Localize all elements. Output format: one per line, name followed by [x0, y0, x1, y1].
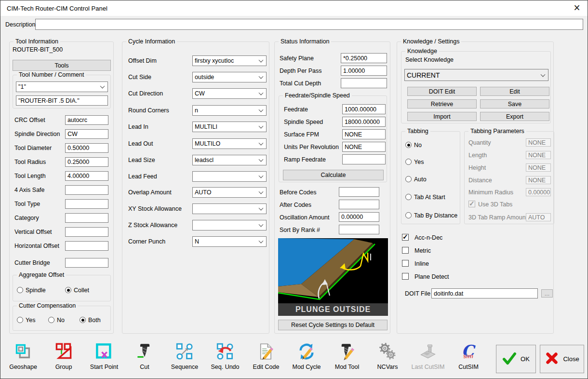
radio-tab-by-distance-label: Tab By Distance: [414, 212, 457, 219]
radio-tabbing-yes[interactable]: [405, 159, 412, 165]
radio-tab-at-start[interactable]: [405, 194, 412, 200]
radio-collet-label: Collet: [74, 287, 89, 294]
description-input[interactable]: [35, 19, 583, 30]
doit-file-input[interactable]: doitinfo.dat: [431, 288, 538, 298]
export-button[interactable]: Export: [480, 112, 549, 121]
oscillation-amount-field[interactable]: 0.00000: [339, 212, 379, 222]
aggregate-offset-group: Aggregate Offset Spindle Collet: [13, 275, 111, 301]
radio-tabbing-auto-label: Auto: [414, 176, 427, 183]
acc-n-dec-checkbox[interactable]: [402, 234, 409, 241]
four-axis-safe-field[interactable]: [65, 185, 108, 195]
toolbar-item-mod-cycle[interactable]: Mod Cycle: [286, 343, 327, 370]
tool-length-field[interactable]: 4.00000: [65, 171, 108, 181]
sort-by-rank-field[interactable]: [339, 225, 379, 234]
offset-dim-select[interactable]: firstxy xycutloc: [192, 55, 267, 66]
select-knowledge-dropdown[interactable]: CURRENT: [404, 69, 548, 81]
radio-tabbing-no[interactable]: [405, 142, 412, 148]
knowledge-group: Knowledge Select Knowledge CURRENT DOIT …: [401, 51, 551, 123]
tool-information-panel: Tool Information ROUTER-BIT_500 Tools To…: [9, 41, 114, 334]
tool-comment-field[interactable]: "ROUTER-BIT .5 DIA.": [16, 95, 108, 106]
plane-detect-checkbox[interactable]: [402, 273, 409, 280]
tool-type-label: Tool Type: [14, 201, 40, 207]
radio-tab-by-distance[interactable]: [405, 212, 412, 218]
ramp-feedrate-field[interactable]: [342, 154, 386, 164]
radio-spindle[interactable]: [17, 287, 23, 293]
lead-size-select[interactable]: leadscl: [192, 155, 267, 165]
save-button[interactable]: Save: [480, 99, 549, 108]
import-button[interactable]: Import: [407, 112, 477, 121]
crc-offset-field[interactable]: autocrc: [65, 115, 108, 125]
cycle-preview-image: PLUNGE OUTSIDE: [278, 238, 388, 316]
spindle-speed-field[interactable]: 18000.00000: [342, 117, 386, 127]
units-per-revolution-field[interactable]: NONE: [342, 142, 386, 152]
tool-type-field[interactable]: [65, 199, 108, 209]
radio-spindle-label: Spindle: [26, 287, 46, 294]
toolbar-item-mod-tool[interactable]: Mod Tool: [327, 343, 367, 370]
toolbar-label: Edit Code: [246, 364, 286, 370]
toolbar-label: Last CutSIM: [408, 364, 448, 370]
toolbar-item-seq-undo[interactable]: Seq. Undo: [205, 343, 245, 370]
calculate-button[interactable]: Calculate: [283, 170, 384, 180]
cutter-bridge-field[interactable]: [65, 258, 108, 268]
toolbar-label: NCVars: [367, 364, 408, 370]
svg-text:sim: sim: [463, 353, 473, 360]
cycle-information-title: Cycle Information: [126, 38, 177, 45]
tool-radius-field[interactable]: 0.25000: [65, 157, 108, 167]
spindle-direction-field[interactable]: CW: [65, 129, 108, 139]
surface-fpm-field[interactable]: NONE: [342, 129, 386, 139]
total-cut-depth-field[interactable]: [341, 78, 387, 88]
before-codes-field[interactable]: [339, 187, 379, 197]
radio-tabbing-auto[interactable]: [405, 176, 412, 182]
overlap-amount-select[interactable]: AUTO: [192, 187, 267, 198]
toolbar-item-cutsim[interactable]: C sim CutSIM: [448, 343, 489, 370]
window-close-icon[interactable]: ×: [569, 1, 585, 15]
cutsim-icon: C sim: [460, 343, 477, 360]
xy-stock-allowance-select[interactable]: [192, 203, 267, 214]
toolbar-item-start-point[interactable]: Start Point: [84, 343, 124, 370]
ok-button[interactable]: OK: [496, 345, 536, 373]
cut-direction-select[interactable]: CW: [192, 88, 267, 99]
radio-comp-yes[interactable]: [17, 317, 23, 323]
lead-out-select[interactable]: MULTILO: [192, 138, 267, 149]
edit-button[interactable]: Edit: [480, 87, 549, 96]
feedrate-label: Feedrate: [284, 106, 308, 113]
tools-button[interactable]: Tools: [13, 60, 111, 71]
depth-per-pass-field[interactable]: 1.00000: [341, 66, 387, 76]
toolbar-item-edit-code[interactable]: Edit Code: [246, 343, 286, 370]
quantity-field: NONE: [526, 138, 551, 147]
safety-plane-field[interactable]: *0.25000: [341, 53, 387, 63]
radio-comp-no[interactable]: [48, 317, 54, 323]
toolbar-item-sequence[interactable]: Sequence: [164, 343, 205, 370]
feedrate-field[interactable]: 1000.00000: [342, 104, 386, 114]
vertical-offset-field[interactable]: [65, 227, 108, 237]
radio-collet[interactable]: [65, 287, 71, 293]
reset-cycle-button[interactable]: Reset Cycle Settings to Default: [278, 320, 388, 330]
toolbar-item-geoshape[interactable]: Geoshape: [3, 343, 43, 370]
close-button[interactable]: Close: [540, 345, 584, 373]
retrieve-button[interactable]: Retrieve: [407, 99, 477, 108]
doit-edit-button[interactable]: DOIT Edit: [407, 87, 477, 96]
after-codes-field[interactable]: [339, 200, 379, 209]
lead-feed-select[interactable]: [192, 171, 267, 182]
radio-comp-both[interactable]: [80, 317, 86, 323]
z-stock-allowance-select[interactable]: [192, 220, 267, 230]
tool-number-comment-title: Tool Number / Comment: [17, 71, 86, 78]
corner-punch-select[interactable]: N: [192, 236, 267, 247]
toolbar-item-ncvars[interactable]: NCVars: [367, 343, 408, 370]
toolbar-item-cut[interactable]: Cut: [124, 343, 165, 370]
lead-in-select[interactable]: MULTILI: [192, 122, 267, 132]
metric-checkbox[interactable]: [402, 247, 409, 254]
category-field[interactable]: [65, 213, 108, 223]
oscillation-amount-label: Oscillation Amount: [280, 214, 330, 221]
round-corners-select[interactable]: n: [192, 105, 267, 116]
feedrate-spindle-title: Feedrate/Spindle Speed: [283, 92, 352, 99]
mod-cycle-icon: [298, 343, 315, 360]
router-cim-control-panel-dialog: CIM-Tech Router-CIM Control Panel × Desc…: [0, 0, 588, 379]
tool-number-select[interactable]: "1": [16, 81, 108, 92]
inline-checkbox[interactable]: [402, 260, 409, 267]
toolbar-item-group[interactable]: Group: [43, 343, 84, 370]
browse-button[interactable]: ...: [541, 289, 553, 298]
horizontal-offset-field[interactable]: [65, 241, 108, 251]
cut-side-select[interactable]: outside: [192, 72, 267, 82]
tool-diameter-field[interactable]: 0.50000: [65, 143, 108, 153]
